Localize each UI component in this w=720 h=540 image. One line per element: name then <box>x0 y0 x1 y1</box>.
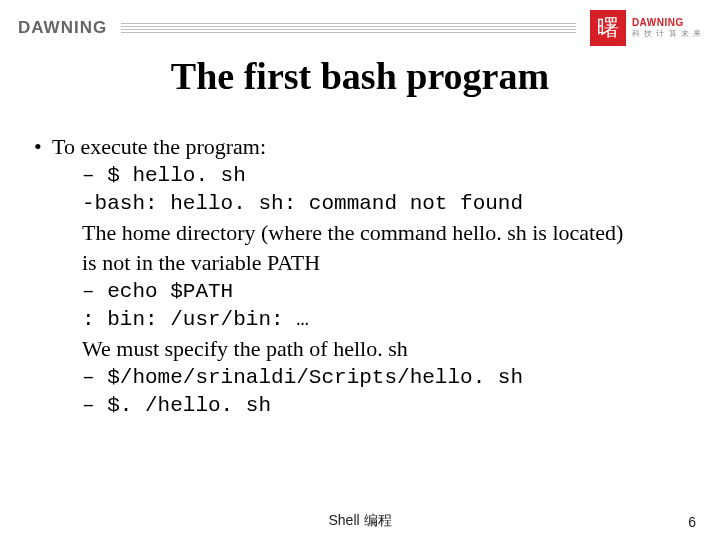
slide-header: DAWNING 曙 DAWNING 科 技 计 算 未 来 <box>0 0 720 48</box>
page-number: 6 <box>688 514 696 530</box>
bullet-item: • To execute the program: <box>34 132 692 162</box>
code-line-1: – $ hello. sh <box>82 162 692 190</box>
brand-right-logo: 曙 DAWNING 科 技 计 算 未 来 <box>590 10 702 46</box>
code-line-7: – $/home/srinaldi/Scripts/hello. sh <box>82 364 692 392</box>
brand-left-text: DAWNING <box>18 18 107 38</box>
logo-icon: 曙 <box>590 10 626 46</box>
body-line-3b: is not in the variable PATH <box>82 248 692 278</box>
header-divider-lines <box>121 23 576 33</box>
code-line-5: : bin: /usr/bin: … <box>82 306 692 334</box>
logo-small-line1: DAWNING <box>632 18 702 28</box>
code-line-8: – $. /hello. sh <box>82 392 692 420</box>
body-line-3a: The home directory (where the command he… <box>82 218 692 248</box>
slide-footer: Shell 编程 <box>0 512 720 530</box>
bullet-dot-icon: • <box>34 132 52 162</box>
slide-body: • To execute the program: – $ hello. sh … <box>34 132 692 421</box>
slide-title: The first bash program <box>0 54 720 98</box>
code-line-4: – echo $PATH <box>82 278 692 306</box>
logo-small-line2: 科 技 计 算 未 来 <box>632 30 702 38</box>
code-line-2: -bash: hello. sh: command not found <box>82 190 692 218</box>
logo-text-block: DAWNING 科 技 计 算 未 来 <box>632 18 702 38</box>
bullet-text: To execute the program: <box>52 132 266 162</box>
body-line-6: We must specify the path of hello. sh <box>82 334 692 364</box>
